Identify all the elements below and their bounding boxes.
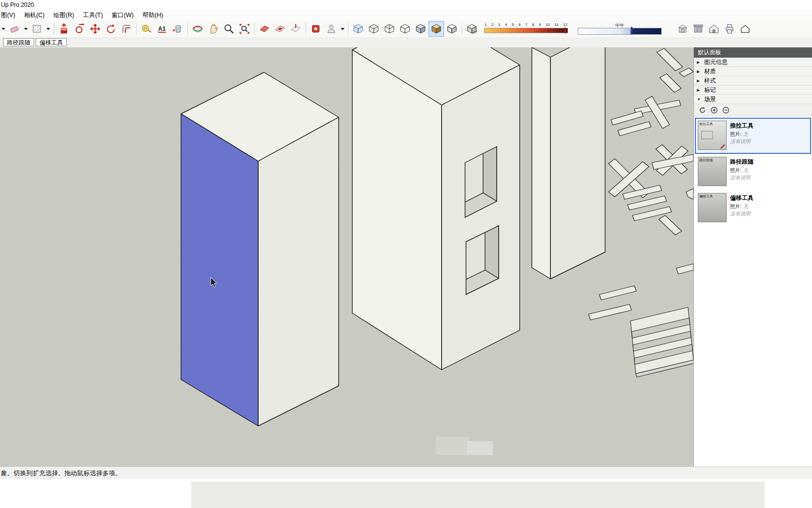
scene-thumbnail[interactable]: 推拉工具 [698,121,727,150]
scene-meta: 路径跟随 照片: 无 没有说明 [730,157,753,187]
status-message: 象。切换到扩充选择。拖动鼠标选择多项。 [1,469,122,478]
scene-photo-line: 照片: 无 [730,167,753,174]
shadow-date-marker[interactable] [565,27,566,34]
swatch-dropdown[interactable] [45,21,52,37]
home-button[interactable] [706,21,722,37]
pushpull-icon [58,23,70,35]
zoom-icon [223,23,235,35]
expander-arrow-icon[interactable]: ▶ [697,60,701,64]
shadow-date-label: 6 [518,22,520,27]
add-location-button[interactable] [308,21,324,37]
scene-note: 没有说明 [730,174,753,181]
section-display-button[interactable] [272,21,288,37]
xray-style-button[interactable] [350,21,366,37]
expander-arrow-icon[interactable]: ▶ [697,69,701,74]
eraser-dropdown[interactable] [22,21,29,37]
swatch-tool-button[interactable] [29,21,45,37]
text-tool-button[interactable]: A1 [154,21,170,37]
scene-thumbnail[interactable]: 路径跟随 [698,157,727,186]
zoom-tool-button[interactable] [221,21,237,37]
shadow-time-gradient[interactable] [578,28,662,35]
menu-item[interactable]: 绘图(R) [54,11,74,20]
rotate-tool-button[interactable] [103,21,119,37]
hidden-line-style-button[interactable] [397,21,413,37]
3d-canvas[interactable] [0,47,693,466]
section-cut-icon [290,23,302,35]
print-button[interactable] [722,21,737,37]
wireframe-style-button[interactable] [382,21,397,37]
scene-list-item[interactable]: 路径跟随 路径跟随 照片: 无 没有说明 [695,154,811,190]
add-scene-icon[interactable] [710,106,718,114]
shadows-toggle-button[interactable] [464,21,480,37]
walk-figure-button[interactable] [324,21,339,37]
shadow-date-labels: 123456789101112 [483,21,569,27]
textured-style-button[interactable] [428,21,444,37]
shaded-style-button[interactable] [413,21,428,37]
shadow-time-slider[interactable]: 中午 [576,21,663,36]
expander-arrow-icon[interactable]: ▶ [697,79,701,83]
move-tool-button[interactable] [87,21,103,37]
panel-section-label: 图元信息 [704,58,728,66]
box-middle[interactable] [352,47,520,370]
select-tool-dropdown[interactable] [0,21,7,37]
panel-sections: ▶ 图元信息 ▶ 材质 ▶ 样式 ▶ 标记 [694,58,812,104]
scene-meta: 偏移工具 照片: 无 没有说明 [730,193,753,223]
scene-list: 推拉工具 推拉工具 照片: 无 没有说明 路径跟随 [694,116,812,228]
figure-dropdown[interactable] [339,21,346,37]
remove-scene-icon[interactable] [722,106,730,114]
panel-section-row[interactable]: ▼ 场景 [694,95,812,104]
section-display-icon [274,23,286,35]
components-columns-icon [692,23,704,35]
pan-tool-button[interactable] [205,21,221,37]
followme-tool-button[interactable] [72,21,87,37]
scene-list-item[interactable]: 偏移工具 偏移工具 照片: 无 没有说明 [695,190,811,226]
expander-arrow-icon[interactable]: ▼ [697,97,701,102]
panel-section-row[interactable]: ▶ 图元信息 [694,58,812,67]
paint-bucket-button[interactable] [170,21,185,37]
scene-meta: 推拉工具 照片: 无 没有说明 [730,121,753,151]
zoom-extents-button[interactable] [237,21,252,37]
monochrome-style-button[interactable] [444,21,460,37]
components-button[interactable] [690,21,706,37]
shadow-date-label: 9 [539,22,541,27]
pan-hand-icon [207,23,219,35]
section-plane-button[interactable] [257,21,272,37]
scene-thumbnail[interactable]: 偏移工具 [698,193,727,222]
shadow-date-gradient[interactable] [484,28,568,33]
layout-button[interactable] [737,21,753,37]
menu-item[interactable]: 窗口(W) [112,11,134,20]
model-viewport[interactable] [0,47,693,466]
box-right[interactable] [532,47,605,279]
menu-item[interactable]: 图(V) [1,11,15,20]
scene-list-item[interactable]: 推拉工具 推拉工具 照片: 无 没有说明 [695,118,811,154]
panel-header[interactable]: 默认面板 [694,47,812,58]
panel-title: 默认面板 [698,48,721,57]
expander-arrow-icon[interactable]: ▶ [697,88,701,92]
shadow-time-handle[interactable] [631,27,632,35]
menu-item[interactable]: 相机(C) [24,11,44,20]
tool-tab[interactable]: 路径跟随 [3,38,34,46]
pushpull-tool-button[interactable] [56,21,72,37]
scene-photo-value: 无 [743,203,749,209]
panel-section-row[interactable]: ▶ 标记 [694,85,812,95]
panel-section-row[interactable]: ▶ 样式 [694,76,812,85]
shadow-date-slider[interactable]: 123456789101112 [483,21,569,36]
orbit-tool-button[interactable] [190,21,205,37]
offset-tool-button[interactable] [119,21,134,37]
house-outline-icon [739,23,751,35]
back-edges-style-button[interactable] [366,21,382,37]
eraser-tool-button[interactable] [7,21,22,37]
panel-section-row[interactable]: ▶ 材质 [694,67,812,76]
menu-item[interactable]: 工具(T) [83,11,103,20]
menu-item[interactable]: 帮助(H) [142,11,163,20]
warehouse-button[interactable] [675,21,690,37]
box-left[interactable] [181,72,339,426]
shadow-date-label: 4 [505,22,507,27]
scene-photo-value: 无 [743,131,749,137]
shadow-date-label: 11 [554,22,558,27]
tape-measure-button[interactable] [139,21,154,37]
tool-tab[interactable]: 偏移工具 [36,38,67,46]
section-cut-button[interactable] [288,21,304,37]
refresh-scenes-icon[interactable] [699,106,706,114]
location-icon [310,23,322,35]
